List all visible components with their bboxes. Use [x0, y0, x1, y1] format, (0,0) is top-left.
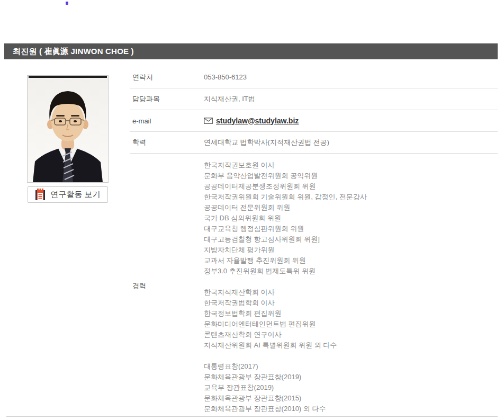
- career-line: [204, 351, 498, 361]
- career-line: 정부3.0 추진위원회 법제도특위 위원: [204, 266, 498, 276]
- research-activity-button-label: 연구활동 보기: [50, 190, 100, 200]
- career-line: 교과서 자율발행 추진위원회 위원: [204, 255, 498, 266]
- education-value: 연세대학교 법학박사(지적재산권법 전공): [204, 138, 498, 147]
- envelope-icon: [204, 118, 213, 124]
- career-line: 문화체육관광부 장관표창(2010) 외 다수: [204, 404, 498, 414]
- career-line: 한국지식재산학회 이사: [204, 287, 498, 298]
- career-line: 대구교육청 행정심판위원회 위원: [204, 224, 498, 234]
- career-line: 문화체육관광부 장관표창(2019): [204, 372, 498, 382]
- career-line: 지방자치단체 평가위원: [204, 245, 498, 255]
- career-line: 문화부 음악산업발전위원회 공익위원: [204, 171, 498, 181]
- contact-label: 연락처: [130, 73, 204, 82]
- career-line: 공공데이터제공분쟁조정위원회 위원: [204, 181, 498, 192]
- profile-info-table: 연락처 053-850-6123 담당과목 지식재산권, IT법 e-mail …: [130, 66, 498, 418]
- career-line: 한국저작권보호원 이사: [204, 160, 498, 171]
- career-line: 국가 DB 심의위원회 위원: [204, 213, 498, 224]
- contact-value: 053-850-6123: [204, 73, 498, 81]
- professor-profile-page: 최진원 ( 崔眞源 JINWON CHOE ): [0, 0, 504, 420]
- career-line: 문화체육관광부 장관표창(2015): [204, 393, 498, 404]
- subjects-label: 담당과목: [130, 94, 204, 104]
- career-line: 한국저작권법학회 이사: [204, 298, 498, 308]
- row-career: 경력 한국저작권보호원 이사문화부 음악산업발전위원회 공익위원공공데이터제공분…: [130, 154, 498, 418]
- career-line: 대구고등검찰청 항고심사위원회 위원]: [204, 234, 498, 245]
- profile-title-bar: 최진원 ( 崔眞源 JINWON CHOE ): [4, 43, 498, 59]
- career-label: 경력: [130, 281, 204, 291]
- portrait-illustration: [28, 76, 108, 182]
- research-activity-button[interactable]: 연구활동 보기: [28, 186, 108, 203]
- bottom-divider: [6, 416, 498, 417]
- row-contact: 연락처 053-850-6123: [130, 66, 498, 88]
- subjects-value: 지식재산권, IT법: [204, 94, 498, 104]
- career-line: 지식재산위원회 AI 특별위원회 위원 외 다수: [204, 340, 498, 351]
- row-education: 학력 연세대학교 법학박사(지적재산권법 전공): [130, 132, 498, 154]
- row-subjects: 담당과목 지식재산권, IT법: [130, 88, 498, 110]
- email-link[interactable]: studylaw@studylaw.biz: [204, 117, 299, 125]
- career-lines: 한국저작권보호원 이사문화부 음악산업발전위원회 공익위원공공데이터제공분쟁조정…: [204, 154, 498, 418]
- career-line: 공공데이터 전문위원회 위원: [204, 202, 498, 213]
- email-address: studylaw@studylaw.biz: [216, 117, 299, 125]
- email-label: e-mail: [130, 117, 204, 125]
- profile-photo: [27, 75, 109, 183]
- profile-name-title: 최진원 ( 崔眞源 JINWON CHOE ): [13, 47, 134, 57]
- career-line: 문화미디어엔터테인먼트법 편집위원: [204, 319, 498, 329]
- career-line: 한국저작권위원회 기술위원회 위원, 감정인, 전문강사: [204, 192, 498, 202]
- row-email: e-mail studylaw@studylaw.biz: [130, 110, 498, 132]
- education-label: 학력: [130, 138, 204, 147]
- broken-image-marker: [66, 2, 68, 5]
- career-line: 한국정보법학회 편집위원: [204, 308, 498, 319]
- notepad-icon: [35, 189, 46, 201]
- career-line: 대통령표창(2017): [204, 361, 498, 372]
- career-line: 콘텐츠재산학회 연구이사: [204, 329, 498, 340]
- career-line: [204, 276, 498, 287]
- career-line: 교육부 장관표창(2019): [204, 382, 498, 393]
